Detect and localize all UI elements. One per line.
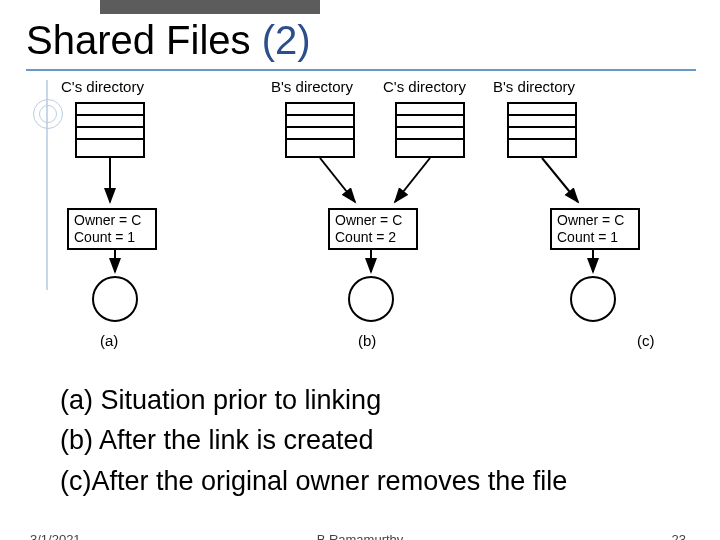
- caption-b: (b): [358, 332, 376, 349]
- count-line-c: Count = 1: [557, 229, 633, 246]
- body-text: (a) Situation prior to linking (b) After…: [60, 382, 567, 503]
- owner-line-b: Owner = C: [335, 212, 411, 229]
- footer-author: B.Ramamurthy: [0, 532, 720, 540]
- dirlabel-b-c: B's directory: [493, 78, 575, 95]
- count-line-b: Count = 2: [335, 229, 411, 246]
- dirbox-b-c: [507, 102, 577, 158]
- dirlabel-b-b: B's directory: [271, 78, 353, 95]
- page-title: Shared Files (2): [26, 18, 311, 62]
- filecircle-b: [348, 276, 394, 322]
- filecircle-a: [92, 276, 138, 322]
- caption-a: (a): [100, 332, 118, 349]
- owner-line-c: Owner = C: [557, 212, 633, 229]
- footer-page: 23: [672, 532, 686, 540]
- diagram-area: C's directory Owner = C Count = 1 (a) B'…: [65, 78, 685, 358]
- svg-line-5: [542, 158, 578, 202]
- decor-ring-inner: [39, 105, 57, 123]
- dirlabel-c-a: C's directory: [61, 78, 144, 95]
- svg-line-3: [395, 158, 430, 202]
- ownerbox-c: Owner = C Count = 1: [550, 208, 640, 250]
- ownerbox-a: Owner = C Count = 1: [67, 208, 157, 250]
- body-line-a: (a) Situation prior to linking: [60, 382, 567, 418]
- caption-c: (c): [637, 332, 655, 349]
- title-paren: (2): [262, 18, 311, 62]
- slide: Shared Files (2) C's directory: [0, 0, 720, 540]
- body-line-b: (b) After the link is created: [60, 422, 567, 458]
- svg-line-2: [320, 158, 355, 202]
- decor-topbar: [100, 0, 320, 14]
- ownerbox-b: Owner = C Count = 2: [328, 208, 418, 250]
- dirbox-b-b: [285, 102, 355, 158]
- dirbox-c-b: [395, 102, 465, 158]
- body-line-c: (c)After the original owner removes the …: [60, 463, 567, 499]
- count-line-a: Count = 1: [74, 229, 150, 246]
- title-wrap: Shared Files (2): [26, 18, 696, 71]
- owner-line-a: Owner = C: [74, 212, 150, 229]
- dirbox-c-a: [75, 102, 145, 158]
- dirlabel-c-b: C's directory: [383, 78, 466, 95]
- title-main: Shared Files: [26, 18, 262, 62]
- filecircle-c: [570, 276, 616, 322]
